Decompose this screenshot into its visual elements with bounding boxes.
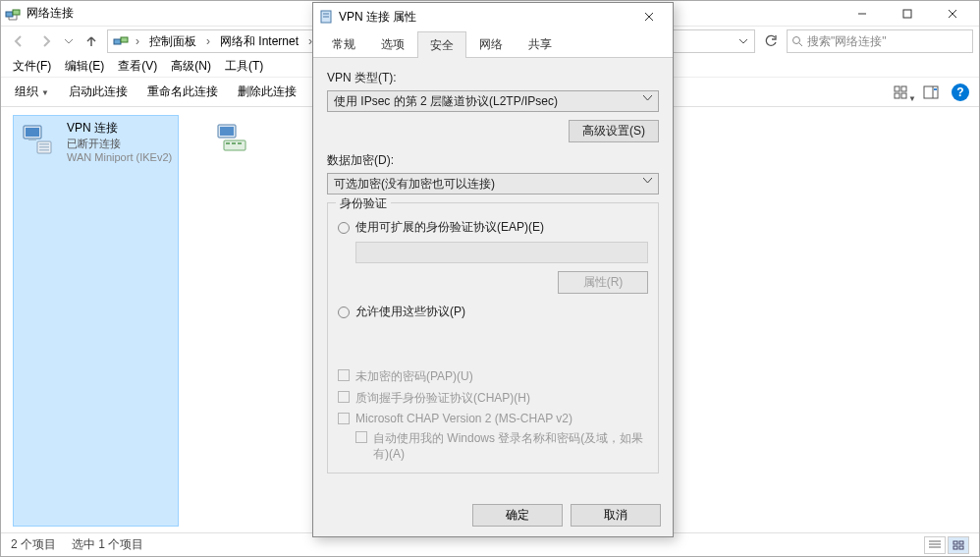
- encryption-label: 数据加密(D):: [327, 152, 659, 169]
- checkbox-pap: 未加密的密码(PAP)(U): [338, 368, 648, 385]
- svg-rect-26: [39, 149, 49, 151]
- checkbox-icon: [355, 431, 367, 443]
- network-adapter-icon: [214, 119, 253, 158]
- view-toggle: [924, 536, 969, 554]
- auth-groupbox: 身份验证 使用可扩展的身份验证协议(EAP)(E) 属性(R) 允许使用这些协议…: [327, 202, 659, 473]
- svg-rect-13: [895, 86, 899, 91]
- tab-options[interactable]: 选项: [368, 30, 417, 57]
- radio-icon: [338, 306, 350, 318]
- svg-rect-14: [901, 86, 906, 91]
- encryption-value: 可选加密(没有加密也可以连接): [334, 176, 495, 193]
- menu-advanced[interactable]: 高级(N): [165, 56, 217, 77]
- checkbox-icon: [338, 391, 350, 403]
- menu-edit[interactable]: 编辑(E): [59, 56, 110, 77]
- dialog-icon: [319, 10, 333, 24]
- svg-rect-21: [26, 128, 39, 137]
- tab-general[interactable]: 常规: [319, 30, 368, 57]
- location-icon: [113, 33, 129, 49]
- preview-pane-button[interactable]: [918, 82, 944, 103]
- radio-eap[interactable]: 使用可扩展的身份验证协议(EAP)(E): [338, 219, 648, 236]
- svg-rect-36: [953, 541, 957, 544]
- chk-chap-label: 质询握手身份验证协议(CHAP)(H): [355, 390, 530, 407]
- vpn-type-combo[interactable]: 使用 IPsec 的第 2 层隧道协议(L2TP/IPsec): [327, 90, 659, 112]
- menu-tools[interactable]: 工具(T): [219, 56, 269, 77]
- minimize-button[interactable]: [840, 1, 885, 27]
- breadcrumb-seg-1[interactable]: 网络和 Internet: [214, 30, 304, 53]
- cancel-button[interactable]: 取消: [571, 504, 661, 527]
- close-button[interactable]: [930, 1, 975, 27]
- svg-rect-22: [28, 139, 36, 140]
- vpn-connection-icon: [20, 120, 59, 159]
- refresh-button[interactable]: [759, 29, 783, 53]
- svg-rect-37: [959, 541, 963, 544]
- svg-rect-19: [934, 88, 937, 90]
- tab-security[interactable]: 安全: [417, 31, 466, 58]
- checkbox-mschap: Microsoft CHAP Version 2 (MS-CHAP v2): [338, 412, 648, 425]
- dialog-body: VPN 类型(T): 使用 IPsec 的第 2 层隧道协议(L2TP/IPse…: [313, 58, 673, 496]
- svg-rect-28: [220, 127, 234, 136]
- search-icon: [791, 35, 803, 47]
- ok-button[interactable]: 确定: [472, 504, 563, 527]
- breadcrumb-sep: ›: [204, 34, 212, 48]
- svg-rect-32: [238, 142, 242, 144]
- checkbox-icon: [338, 413, 350, 424]
- connection-driver: WAN Miniport (IKEv2): [67, 151, 172, 163]
- tab-sharing[interactable]: 共享: [516, 30, 565, 57]
- svg-line-12: [799, 43, 802, 46]
- radio-allow-label: 允许使用这些协议(P): [355, 304, 465, 320]
- svg-rect-31: [232, 142, 236, 144]
- svg-rect-17: [924, 86, 938, 98]
- organize-button[interactable]: 组织▼: [7, 81, 57, 103]
- connection-item[interactable]: VPN 连接 已断开连接 WAN Miniport (IKEv2): [13, 115, 179, 527]
- vpn-type-label: VPN 类型(T):: [327, 70, 659, 86]
- menu-file[interactable]: 文件(F): [7, 56, 57, 77]
- eap-properties-button: 属性(R): [558, 271, 648, 294]
- dialog-close-button[interactable]: [631, 5, 667, 28]
- svg-rect-29: [224, 140, 245, 150]
- svg-rect-1: [13, 10, 20, 15]
- breadcrumb-seg-0[interactable]: 控制面板: [143, 30, 202, 53]
- svg-rect-38: [953, 546, 957, 549]
- svg-rect-9: [114, 39, 121, 44]
- checkbox-chap: 质询握手身份验证协议(CHAP)(H): [338, 390, 648, 407]
- radio-allow-protocols[interactable]: 允许使用这些协议(P): [338, 304, 648, 320]
- up-button[interactable]: [80, 29, 103, 53]
- vpn-properties-dialog: VPN 连接 属性 常规 选项 安全 网络 共享 VPN 类型(T): 使用 I…: [312, 2, 674, 537]
- chevron-down-icon: [643, 178, 652, 184]
- tab-network[interactable]: 网络: [466, 30, 516, 57]
- delete-connection-button[interactable]: 删除此连接: [230, 81, 304, 103]
- back-button[interactable]: [7, 29, 30, 53]
- connection-status: 已断开连接: [67, 137, 172, 151]
- history-dropdown[interactable]: [62, 39, 76, 44]
- forward-button[interactable]: [34, 29, 58, 53]
- dialog-title: VPN 连接 属性: [339, 9, 416, 26]
- search-placeholder: 搜索"网络连接": [807, 33, 887, 50]
- details-view-button[interactable]: [924, 536, 946, 554]
- auth-legend: 身份验证: [336, 195, 391, 212]
- svg-rect-10: [121, 37, 128, 42]
- vpn-type-value: 使用 IPsec 的第 2 层隧道协议(L2TP/IPsec): [334, 93, 558, 110]
- encryption-combo[interactable]: 可选加密(没有加密也可以连接): [327, 173, 659, 195]
- svg-rect-0: [6, 12, 13, 17]
- window-title: 网络连接: [27, 5, 74, 22]
- chk-pap-label: 未加密的密码(PAP)(U): [355, 368, 473, 385]
- breadcrumb-dropdown[interactable]: [735, 39, 752, 44]
- advanced-settings-button[interactable]: 高级设置(S): [569, 120, 659, 142]
- maximize-button[interactable]: [885, 1, 930, 27]
- connection-name: VPN 连接: [67, 120, 172, 137]
- icons-view-button[interactable]: [948, 536, 969, 554]
- menu-view[interactable]: 查看(V): [112, 56, 163, 77]
- svg-rect-39: [959, 546, 963, 549]
- rename-connection-button[interactable]: 重命名此连接: [139, 81, 226, 103]
- view-mode-button[interactable]: ▼: [889, 82, 914, 103]
- start-connection-button[interactable]: 启动此连接: [61, 81, 136, 103]
- chk-mschap-label: Microsoft CHAP Version 2 (MS-CHAP v2): [355, 412, 572, 425]
- search-input[interactable]: 搜索"网络连接": [787, 29, 973, 53]
- radio-eap-label: 使用可扩展的身份验证协议(EAP)(E): [355, 219, 544, 236]
- svg-point-11: [793, 37, 800, 44]
- svg-rect-30: [226, 142, 230, 144]
- help-button[interactable]: ?: [948, 82, 973, 103]
- chk-autocred-label: 自动使用我的 Windows 登录名称和密码(及域，如果有)(A): [373, 430, 648, 462]
- connection-item-partial[interactable]: [208, 115, 259, 527]
- breadcrumb-sep: ›: [134, 34, 141, 48]
